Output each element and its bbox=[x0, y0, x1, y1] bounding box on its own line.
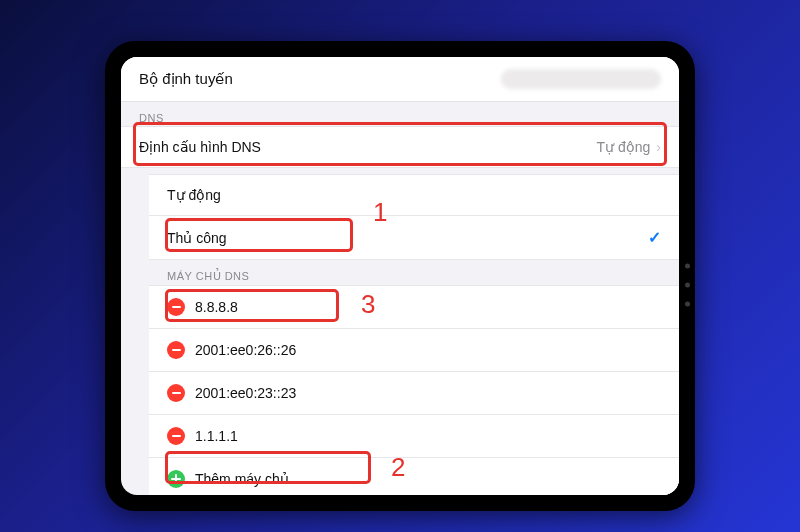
server-value: 1.1.1.1 bbox=[195, 428, 238, 444]
server-value: 2001:ee0:23::23 bbox=[195, 385, 296, 401]
server-value: 2001:ee0:26::26 bbox=[195, 342, 296, 358]
router-label: Bộ định tuyến bbox=[139, 70, 233, 88]
checkmark-icon: ✓ bbox=[648, 228, 661, 247]
dns-detail-area: Tự động Thủ công ✓ MÁY CHỦ DNS 8.8.8.8 2… bbox=[149, 168, 679, 495]
delete-icon[interactable] bbox=[167, 427, 185, 445]
dns-section-label: DNS bbox=[121, 102, 679, 126]
delete-icon[interactable] bbox=[167, 341, 185, 359]
add-icon[interactable] bbox=[167, 470, 185, 488]
mode-auto-row[interactable]: Tự động bbox=[149, 174, 679, 215]
dns-config-label: Định cấu hình DNS bbox=[139, 139, 261, 155]
mode-manual-row[interactable]: Thủ công ✓ bbox=[149, 215, 679, 260]
delete-icon[interactable] bbox=[167, 384, 185, 402]
server-row[interactable]: 1.1.1.1 bbox=[149, 414, 679, 457]
mode-auto-label: Tự động bbox=[167, 187, 221, 203]
server-row[interactable]: 2001:ee0:23::23 bbox=[149, 371, 679, 414]
servers-section-label: MÁY CHỦ DNS bbox=[149, 260, 679, 285]
settings-screen: Bộ định tuyến DNS Định cấu hình DNS Tự đ… bbox=[121, 57, 679, 495]
router-row[interactable]: Bộ định tuyến bbox=[121, 57, 679, 102]
chevron-right-icon: › bbox=[656, 139, 661, 155]
add-server-label: Thêm máy chủ bbox=[195, 471, 289, 487]
dns-config-value: Tự động bbox=[597, 139, 651, 155]
server-row[interactable]: 8.8.8.8 bbox=[149, 285, 679, 328]
obscured-value bbox=[501, 69, 661, 89]
tablet-frame: Bộ định tuyến DNS Định cấu hình DNS Tự đ… bbox=[105, 41, 695, 511]
server-value: 8.8.8.8 bbox=[195, 299, 238, 315]
add-server-row[interactable]: Thêm máy chủ bbox=[149, 457, 679, 495]
tablet-side-buttons bbox=[683, 264, 691, 307]
delete-icon[interactable] bbox=[167, 298, 185, 316]
mode-manual-label: Thủ công bbox=[167, 230, 227, 246]
server-row[interactable]: 2001:ee0:26::26 bbox=[149, 328, 679, 371]
dns-config-row[interactable]: Định cấu hình DNS Tự động › bbox=[121, 126, 679, 168]
